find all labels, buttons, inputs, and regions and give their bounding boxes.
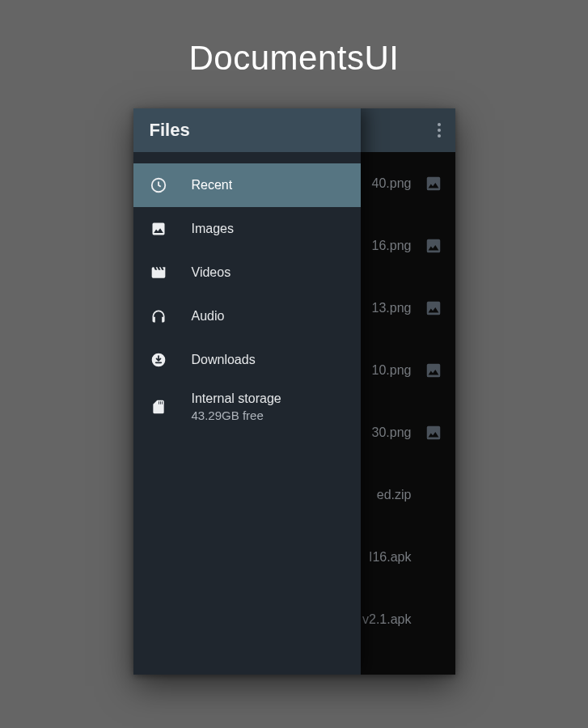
sidebar-item-label: Downloads <box>192 353 256 367</box>
page-title: DocumentsUI <box>189 39 400 78</box>
file-name: 10.png <box>372 363 412 378</box>
file-name: v2.1.apk <box>362 612 411 627</box>
image-icon <box>425 299 442 317</box>
sidebar-item-label: Images <box>192 222 234 236</box>
sidebar-item-label: Videos <box>192 265 231 280</box>
file-name: 30.png <box>372 425 412 440</box>
image-icon <box>425 362 442 379</box>
file-name: 40.png <box>372 176 412 191</box>
sidebar-item-audio[interactable]: Audio <box>133 294 361 338</box>
sidebar-item-label: Recent <box>192 178 233 193</box>
audio-icon <box>150 307 167 325</box>
sidebar-item-videos[interactable]: Videos <box>133 251 361 294</box>
archive-icon <box>425 486 442 504</box>
image-icon <box>425 424 442 442</box>
file-name: I16.apk <box>369 550 411 565</box>
image-icon <box>150 220 167 238</box>
sidebar-item-label: Internal storage <box>192 390 281 408</box>
image-icon <box>425 237 442 255</box>
download-icon <box>150 351 167 369</box>
apk-icon <box>425 611 442 629</box>
sidebar-item-downloads[interactable]: Downloads <box>133 338 361 382</box>
device-frame: 40.png 16.png 13.png 10.png 30.png <box>133 108 455 675</box>
file-name: ed.zip <box>377 488 412 502</box>
sidebar-item-internal-storage[interactable]: Internal storage 43.29GB free <box>133 382 361 432</box>
sidebar-item-sublabel: 43.29GB free <box>192 408 281 424</box>
sidebar-item-images[interactable]: Images <box>133 207 361 251</box>
sidebar-item-label: Audio <box>192 309 225 324</box>
drawer-title: Files <box>133 108 361 152</box>
apk-icon <box>425 548 442 566</box>
more-options-icon[interactable] <box>438 123 441 138</box>
clock-icon <box>150 176 167 194</box>
sidebar-item-recent[interactable]: Recent <box>133 163 361 207</box>
file-name: 13.png <box>372 301 412 315</box>
video-icon <box>150 264 167 281</box>
file-name: 16.png <box>372 239 412 253</box>
image-icon <box>425 175 442 193</box>
sidebar-item-label-group: Internal storage 43.29GB free <box>192 390 281 424</box>
sdcard-icon <box>150 398 167 416</box>
navigation-drawer: Files Recent Images Videos Audio <box>133 108 361 675</box>
